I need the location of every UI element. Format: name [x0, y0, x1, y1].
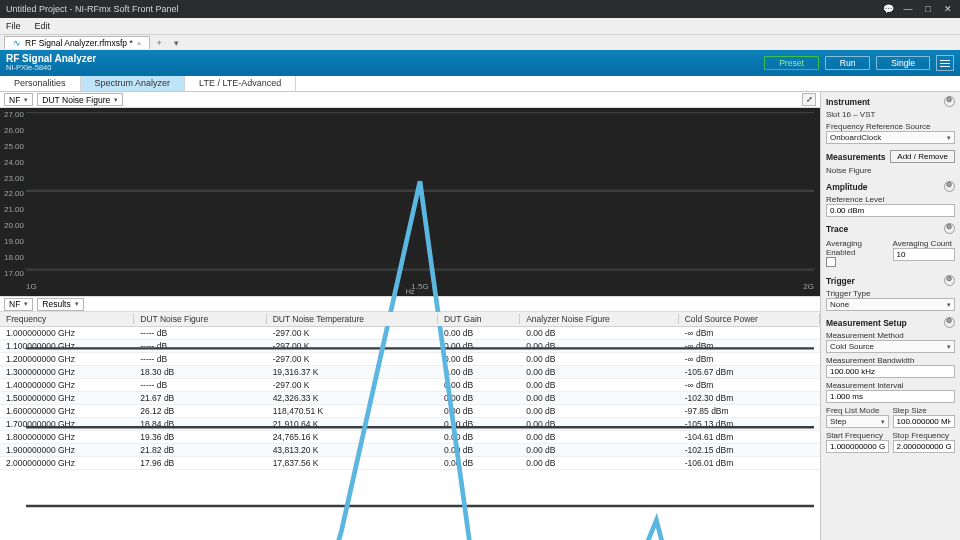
hamburger-icon[interactable] — [936, 55, 954, 71]
run-button[interactable]: Run — [825, 56, 871, 70]
close-tab-icon[interactable]: × — [137, 39, 142, 48]
gear-icon[interactable] — [944, 181, 955, 192]
y-tick: 23.00 — [2, 174, 24, 183]
start-freq-input[interactable] — [826, 440, 889, 453]
y-tick: 22.00 — [2, 189, 24, 198]
table-col-header[interactable]: Frequency — [0, 312, 134, 327]
freq-list-mode-select[interactable]: Step — [826, 415, 889, 428]
document-tabstrip: ∿ RF Signal Analyzer.rfmxsfp * × + ▾ — [0, 34, 960, 50]
meas-interval-input[interactable] — [826, 390, 955, 403]
ref-level-input[interactable] — [826, 204, 955, 217]
document-tab-label: RF Signal Analyzer.rfmxsfp * — [25, 38, 133, 48]
x-tick: 1G — [26, 282, 37, 296]
tab-overflow-icon[interactable]: ▾ — [168, 38, 185, 48]
gear-icon[interactable] — [944, 96, 955, 107]
start-freq-label: Start Frequency — [826, 431, 889, 440]
close-icon[interactable]: ✕ — [942, 4, 954, 14]
menu-edit[interactable]: Edit — [35, 21, 51, 31]
chart-export-icon[interactable]: ⤢ — [802, 93, 816, 106]
y-tick: 25.00 — [2, 142, 24, 151]
trigger-header: Trigger — [826, 276, 855, 286]
noise-figure-label: Noise Figure — [826, 166, 955, 175]
y-tick: 24.00 — [2, 158, 24, 167]
chart-toolbar: NF DUT Noise Figure ⤢ — [0, 92, 820, 108]
ref-level-label: Reference Level — [826, 195, 955, 204]
table-col-header[interactable]: Analyzer Noise Figure — [520, 312, 678, 327]
add-tab-button[interactable]: + — [150, 38, 167, 48]
stop-freq-label: Stop Frequency — [893, 431, 956, 440]
meas-setup-header: Measurement Setup — [826, 318, 907, 328]
app-header: RF Signal Analyzer NI-PXIe-5840 Preset R… — [0, 50, 960, 76]
gear-icon[interactable] — [944, 275, 955, 286]
y-tick: 20.00 — [2, 221, 24, 230]
amplitude-header: Amplitude — [826, 182, 868, 192]
minimize-icon[interactable]: — — [902, 4, 914, 14]
document-tab[interactable]: ∿ RF Signal Analyzer.rfmxsfp * × — [4, 36, 150, 49]
freq-ref-source-select[interactable]: OnboardClock — [826, 131, 955, 144]
meas-bw-label: Measurement Bandwidth — [826, 356, 955, 365]
single-button[interactable]: Single — [876, 56, 930, 70]
tab-spectrum-analyzer[interactable]: Spectrum Analyzer — [81, 76, 186, 91]
window-titlebar: Untitled Project - NI-RFmx Soft Front Pa… — [0, 0, 960, 18]
x-tick: 2G — [803, 282, 814, 296]
measurements-header: Measurements — [826, 152, 886, 162]
gear-icon[interactable] — [944, 317, 955, 328]
avg-enabled-label: Averaging Enabled — [826, 239, 889, 257]
mode-tabs: Personalities Spectrum Analyzer LTE / LT… — [0, 76, 960, 92]
y-tick: 26.00 — [2, 126, 24, 135]
tab-lte[interactable]: LTE / LTE-Advanced — [185, 76, 296, 91]
instrument-header: Instrument — [826, 97, 870, 107]
tab-personalities[interactable]: Personalities — [0, 76, 81, 91]
meas-interval-label: Measurement Interval — [826, 381, 955, 390]
gear-icon[interactable] — [944, 223, 955, 234]
y-tick: 27.00 — [2, 110, 24, 119]
chat-icon[interactable]: 💬 — [882, 4, 894, 14]
table-col-header[interactable]: DUT Noise Temperature — [267, 312, 438, 327]
trigger-type-label: Trigger Type — [826, 289, 955, 298]
trigger-type-select[interactable]: None — [826, 298, 955, 311]
meas-bw-input[interactable] — [826, 365, 955, 378]
menu-file[interactable]: File — [6, 21, 21, 31]
trace-header: Trace — [826, 224, 848, 234]
chart-trace-dropdown[interactable]: DUT Noise Figure — [37, 93, 123, 106]
y-tick: 17.00 — [2, 269, 24, 278]
stop-freq-input[interactable] — [893, 440, 956, 453]
table-col-header[interactable]: DUT Gain — [438, 312, 520, 327]
chart-mode-dropdown[interactable]: NF — [4, 93, 33, 106]
freq-list-mode-label: Freq List Mode — [826, 406, 889, 415]
noise-figure-chart[interactable]: 27.0026.0025.0024.0023.0022.0021.0020.00… — [0, 108, 820, 296]
menu-bar: File Edit — [0, 18, 960, 34]
x-axis-unit: Hz — [405, 287, 414, 296]
avg-count-input[interactable] — [893, 248, 956, 261]
maximize-icon[interactable]: □ — [922, 4, 934, 14]
y-tick: 21.00 — [2, 205, 24, 214]
y-tick: 18.00 — [2, 253, 24, 262]
step-size-label: Step Size — [893, 406, 956, 415]
meas-method-select[interactable]: Cold Source — [826, 340, 955, 353]
table-col-header[interactable]: DUT Noise Figure — [134, 312, 266, 327]
avg-count-label: Averaging Count — [893, 239, 956, 248]
meas-method-label: Measurement Method — [826, 331, 955, 340]
window-title: Untitled Project - NI-RFmx Soft Front Pa… — [6, 4, 179, 14]
y-tick: 19.00 — [2, 237, 24, 246]
table-col-header[interactable]: Cold Source Power — [679, 312, 820, 327]
avg-enabled-checkbox[interactable] — [826, 257, 836, 267]
freq-ref-source-label: Frequency Reference Source — [826, 122, 955, 131]
device-subtitle: NI-PXIe-5840 — [6, 64, 96, 72]
step-size-input[interactable] — [893, 415, 956, 428]
wave-icon: ∿ — [13, 38, 21, 48]
settings-panel: Instrument Slot 16 – VST Frequency Refer… — [820, 92, 960, 540]
preset-button[interactable]: Preset — [764, 56, 819, 70]
add-remove-button[interactable]: Add / Remove — [890, 150, 955, 163]
slot-label: Slot 16 – VST — [826, 110, 955, 119]
